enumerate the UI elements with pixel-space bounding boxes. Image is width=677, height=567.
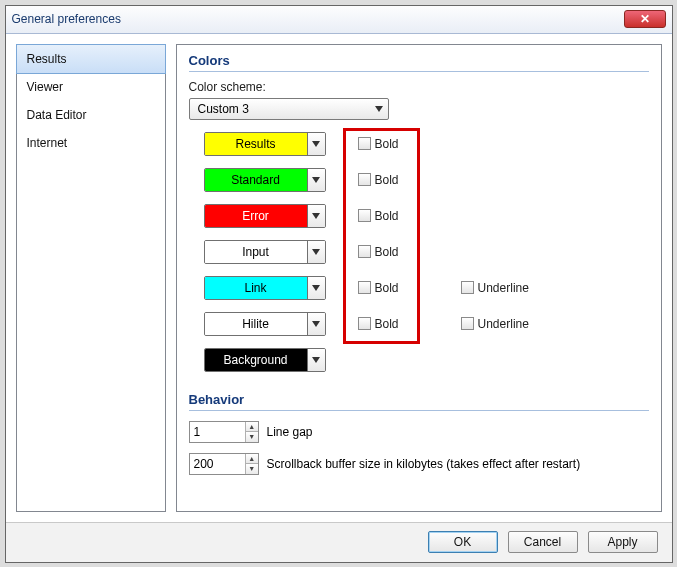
bold-label: Bold [375, 245, 399, 259]
underline-checkbox-link[interactable]: Underline [461, 281, 529, 295]
checkbox-icon [358, 209, 371, 222]
sidebar-item-results[interactable]: Results [16, 44, 166, 74]
chevron-down-icon [307, 205, 325, 227]
checkbox-icon [358, 317, 371, 330]
bold-checkbox-results[interactable]: Bold [358, 137, 399, 151]
sidebar-item-data-editor[interactable]: Data Editor [17, 101, 165, 129]
spinner-buttons: ▲ ▼ [245, 422, 258, 442]
color-row-background: Background [204, 348, 649, 372]
close-button[interactable]: ✕ [624, 10, 666, 28]
ok-button[interactable]: OK [428, 531, 498, 553]
close-icon: ✕ [640, 12, 650, 26]
sidebar: ResultsViewerData EditorInternet [16, 44, 166, 512]
line-gap-row: ▲ ▼ Line gap [189, 421, 649, 443]
preferences-window: General preferences ✕ ResultsViewerData … [5, 5, 673, 563]
underline-label: Underline [478, 281, 529, 295]
spinner-up-icon[interactable]: ▲ [246, 454, 258, 464]
checkbox-icon [461, 281, 474, 294]
line-gap-label: Line gap [267, 425, 313, 439]
color-button-standard[interactable]: Standard [204, 168, 326, 192]
bold-checkbox-hilite[interactable]: Bold [358, 317, 399, 331]
color-rows: ResultsBoldStandardBoldErrorBoldInputBol… [204, 132, 649, 372]
color-button-error[interactable]: Error [204, 204, 326, 228]
bold-label: Bold [375, 281, 399, 295]
main-panel: Colors Color scheme: Custom 3 ResultsBol… [176, 44, 662, 512]
scrollback-input[interactable] [190, 454, 245, 474]
apply-button[interactable]: Apply [588, 531, 658, 553]
window-title: General preferences [12, 12, 624, 26]
spinner-down-icon[interactable]: ▼ [246, 431, 258, 442]
chevron-down-icon [307, 313, 325, 335]
sidebar-item-viewer[interactable]: Viewer [17, 73, 165, 101]
ok-label: OK [454, 535, 471, 549]
color-button-hilite[interactable]: Hilite [204, 312, 326, 336]
behavior-section: Behavior ▲ ▼ Line gap [189, 392, 649, 475]
checkbox-icon [358, 173, 371, 186]
chevron-down-icon [307, 169, 325, 191]
bold-checkbox-link[interactable]: Bold [358, 281, 399, 295]
color-row-results: ResultsBold [204, 132, 649, 156]
color-button-label: Background [205, 349, 307, 371]
color-button-label: Hilite [205, 313, 307, 335]
behavior-section-title: Behavior [189, 392, 649, 411]
bold-label: Bold [375, 173, 399, 187]
color-scheme-select[interactable]: Custom 3 [189, 98, 389, 120]
color-button-label: Link [205, 277, 307, 299]
checkbox-icon [358, 281, 371, 294]
spinner-down-icon[interactable]: ▼ [246, 463, 258, 474]
scrollback-label: Scrollback buffer size in kilobytes (tak… [267, 457, 581, 471]
cancel-button[interactable]: Cancel [508, 531, 578, 553]
checkbox-icon [461, 317, 474, 330]
line-gap-spinner[interactable]: ▲ ▼ [189, 421, 259, 443]
colors-section-title: Colors [189, 53, 649, 72]
bold-label: Bold [375, 137, 399, 151]
color-button-link[interactable]: Link [204, 276, 326, 300]
bold-checkbox-error[interactable]: Bold [358, 209, 399, 223]
chevron-down-icon [370, 106, 388, 112]
color-scheme-value: Custom 3 [190, 102, 370, 116]
chevron-down-icon [307, 241, 325, 263]
titlebar: General preferences ✕ [6, 6, 672, 34]
color-button-background[interactable]: Background [204, 348, 326, 372]
checkbox-icon [358, 245, 371, 258]
checkbox-icon [358, 137, 371, 150]
color-button-label: Input [205, 241, 307, 263]
bold-checkbox-input[interactable]: Bold [358, 245, 399, 259]
scrollback-spinner[interactable]: ▲ ▼ [189, 453, 259, 475]
underline-checkbox-hilite[interactable]: Underline [461, 317, 529, 331]
color-button-label: Standard [205, 169, 307, 191]
color-button-label: Error [205, 205, 307, 227]
underline-label: Underline [478, 317, 529, 331]
bold-checkbox-standard[interactable]: Bold [358, 173, 399, 187]
color-button-label: Results [205, 133, 307, 155]
color-row-link: LinkBoldUnderline [204, 276, 649, 300]
window-body: ResultsViewerData EditorInternet Colors … [6, 34, 672, 522]
bold-label: Bold [375, 317, 399, 331]
color-row-error: ErrorBold [204, 204, 649, 228]
cancel-label: Cancel [524, 535, 561, 549]
dialog-footer: OK Cancel Apply [6, 522, 672, 562]
spinner-up-icon[interactable]: ▲ [246, 422, 258, 432]
scrollback-row: ▲ ▼ Scrollback buffer size in kilobytes … [189, 453, 649, 475]
chevron-down-icon [307, 133, 325, 155]
sidebar-item-internet[interactable]: Internet [17, 129, 165, 157]
color-button-input[interactable]: Input [204, 240, 326, 264]
bold-label: Bold [375, 209, 399, 223]
color-row-standard: StandardBold [204, 168, 649, 192]
line-gap-input[interactable] [190, 422, 245, 442]
color-row-input: InputBold [204, 240, 649, 264]
color-row-hilite: HiliteBoldUnderline [204, 312, 649, 336]
chevron-down-icon [307, 349, 325, 371]
apply-label: Apply [607, 535, 637, 549]
spinner-buttons: ▲ ▼ [245, 454, 258, 474]
chevron-down-icon [307, 277, 325, 299]
color-button-results[interactable]: Results [204, 132, 326, 156]
color-scheme-label: Color scheme: [189, 80, 649, 94]
